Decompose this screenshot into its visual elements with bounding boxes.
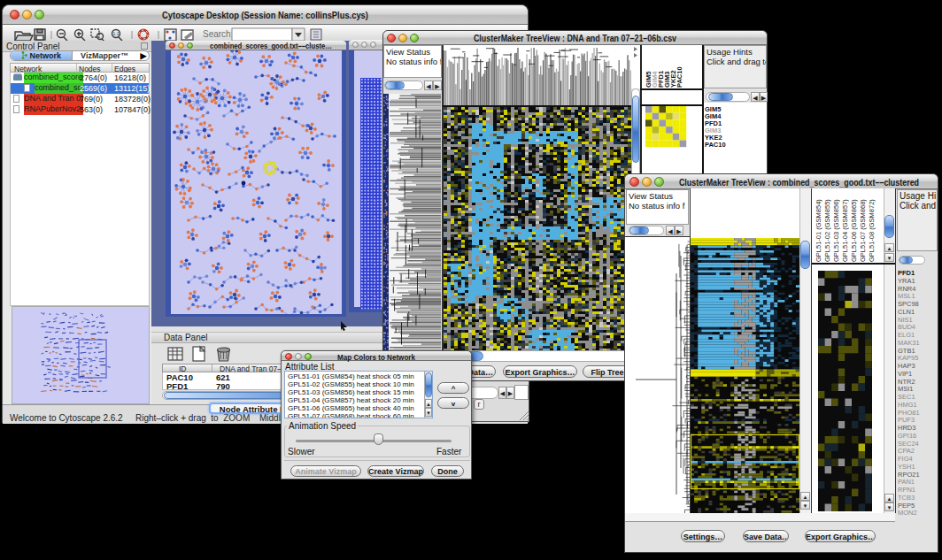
svg-text:Search:: Search: bbox=[203, 29, 233, 39]
svg-text:1:1: 1:1 bbox=[113, 31, 120, 36]
